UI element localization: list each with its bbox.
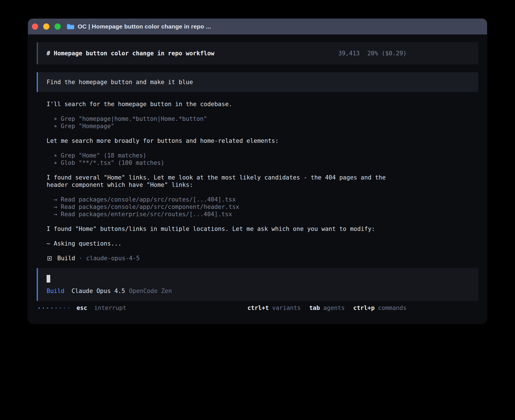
- session-stats: 39,41320% ($0.29): [303, 42, 407, 64]
- context-usage: 20% ($0.29): [367, 50, 407, 57]
- zoom-button[interactable]: [54, 23, 61, 30]
- assistant-transcript: I'll search for the homepage button in t…: [47, 100, 407, 262]
- close-button[interactable]: [32, 23, 38, 30]
- user-message-text: Find the homepage button and make it blu…: [47, 78, 193, 86]
- assistant-text: I found several "Home" links. Let me loo…: [47, 174, 407, 189]
- terminal-content: # Homepage button color change in repo w…: [28, 42, 487, 312]
- tool-call-line: → Read packages/console/app/src/routes/[…: [54, 196, 407, 203]
- terminal-window: OC | Homepage button color change in rep…: [28, 19, 487, 323]
- esc-key: esc: [77, 305, 87, 311]
- asking-status: ~ Asking questions...: [47, 240, 407, 247]
- tool-call-line: → Read packages/enterprise/src/routes/[.…: [54, 211, 407, 218]
- commands-hint: ctrl+p commands: [353, 304, 407, 312]
- esc-label: interrupt: [94, 305, 126, 311]
- input-status-row: Build Claude Opus 4.5 OpenCode Zen: [47, 287, 470, 295]
- tool-call-line: ∗ Grep "Homepage": [54, 123, 407, 130]
- tool-call-line: → Read packages/console/app/src/componen…: [54, 203, 407, 211]
- session-title: # Homepage button color change in repo w…: [47, 50, 214, 57]
- tool-call-line: ∗ Glob "**/*.tsx" (100 matches): [54, 159, 407, 167]
- tool-call-group: ∗ Grep "Home" (18 matches) ∗ Glob "**/*.…: [47, 152, 407, 167]
- agent-icon: [47, 256, 52, 261]
- prompt-input[interactable]: Build Claude Opus 4.5 OpenCode Zen: [37, 268, 478, 301]
- assistant-text: I found "Home" buttons/links in multiple…: [47, 225, 407, 233]
- mode-indicator: Build: [47, 287, 64, 295]
- status-bar: esc interrupt ctrl+t variants tab agents…: [37, 304, 407, 312]
- assistant-text: Let me search more broadly for buttons a…: [47, 137, 407, 145]
- minimize-button[interactable]: [43, 23, 49, 30]
- variants-hint: ctrl+t variants: [247, 304, 301, 312]
- interrupt-hint: esc interrupt: [77, 304, 126, 312]
- user-message: Find the homepage button and make it blu…: [37, 72, 478, 92]
- tool-call-group: ∗ Grep "homepage|home.*button|Home.*butt…: [47, 115, 407, 130]
- spinner-dots: [38, 307, 69, 309]
- tool-call-group: → Read packages/console/app/src/routes/[…: [47, 196, 407, 218]
- model-indicator: Claude Opus 4.5: [71, 287, 125, 295]
- titlebar[interactable]: OC | Homepage button color change in rep…: [28, 19, 487, 34]
- status-bar-left: esc interrupt: [37, 304, 126, 312]
- tool-call-line: ∗ Grep "homepage|home.*button|Home.*butt…: [54, 115, 407, 123]
- traffic-lights: [32, 23, 61, 30]
- provider-indicator: OpenCode Zen: [129, 287, 172, 295]
- text-cursor: [47, 275, 50, 283]
- assistant-text: I'll search for the homepage button in t…: [47, 100, 407, 108]
- token-count: 39,413: [338, 50, 360, 57]
- title-group: OC | Homepage button color change in rep…: [67, 23, 211, 30]
- session-header: # Homepage button color change in repo w…: [37, 42, 478, 64]
- separator-dot: ·: [79, 255, 82, 262]
- agent-model: claude-opus-4-5: [86, 255, 140, 262]
- agent-status-line: Build · claude-opus-4-5: [47, 255, 407, 262]
- status-bar-right: ctrl+t variants tab agents ctrl+p comman…: [247, 304, 407, 312]
- window-title: OC | Homepage button color change in rep…: [78, 23, 211, 30]
- folder-icon: [67, 23, 74, 30]
- agents-hint: tab agents: [309, 304, 345, 312]
- agent-name: Build: [57, 255, 75, 262]
- tool-call-line: ∗ Grep "Home" (18 matches): [54, 152, 407, 159]
